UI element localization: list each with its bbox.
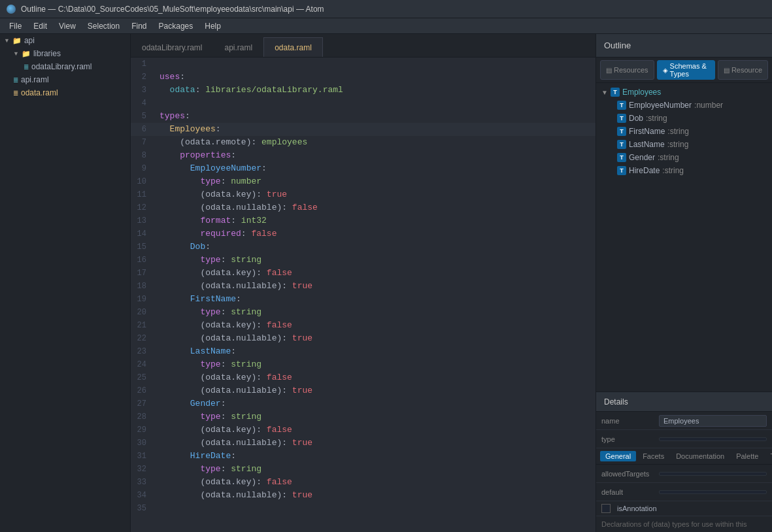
menu-item-edit[interactable]: Edit: [28, 20, 52, 32]
menu-item-view[interactable]: View: [54, 20, 81, 32]
outline-child-label: Dob: [629, 114, 643, 123]
window-title: Outline — C:\Data\00_SourceCodes\05_Mule…: [21, 5, 324, 14]
outline-child-label: FirstName: [629, 127, 665, 136]
details-tab-documentation[interactable]: Documentation: [671, 451, 730, 461]
menu-item-file[interactable]: File: [4, 20, 27, 32]
outline-child-label: EmployeeNumber: [629, 101, 692, 110]
folder-icon: 📁: [12, 37, 22, 45]
chevron-down-icon: ▼: [601, 89, 608, 96]
line-number: 28: [131, 410, 157, 424]
code-line: 22 (odata.nullable): true: [131, 332, 596, 345]
code-line: 27 Gender:: [131, 397, 596, 410]
line-content: format: int32: [157, 214, 596, 227]
code-line: 3 odata: libraries/odataLibrary.raml: [131, 84, 596, 97]
line-number: 15: [131, 241, 157, 254]
sidebar-root-folder[interactable]: ▼ 📁 api: [0, 34, 130, 47]
details-annotation-row: isAnnotation: [596, 501, 772, 516]
line-content: type: string: [157, 358, 596, 371]
line-number: 13: [131, 214, 157, 227]
line-number: 7: [131, 136, 157, 149]
line-content: odata: libraries/odataLibrary.raml: [157, 84, 596, 97]
code-line: 11 (odata.key): true: [131, 188, 596, 201]
prop-type: :string: [667, 140, 689, 149]
outline-child-item[interactable]: T Dob:string: [596, 112, 772, 125]
outline-filter-resource[interactable]: ▤Resource: [718, 60, 768, 80]
details-type-row: type: [596, 430, 772, 448]
prop-type: :string: [662, 166, 684, 175]
line-content: Employees:: [157, 123, 596, 136]
tab-api-raml[interactable]: api.raml: [213, 37, 263, 57]
details-type-value[interactable]: [659, 437, 767, 441]
line-number: 18: [131, 280, 157, 293]
code-line: 4: [131, 97, 596, 110]
code-editor[interactable]: 12uses:3 odata: libraries/odataLibrary.r…: [131, 58, 596, 532]
details-bottom-text-content: Declarations of (data) types for use wit…: [601, 520, 747, 528]
details-tab-t[interactable]: T: [765, 451, 772, 461]
sidebar-file-label: odata.raml: [21, 88, 58, 97]
outline-filters: ▤Resources◈Schemas & Types▤Resource: [596, 58, 772, 83]
code-line: 16 type: string: [131, 254, 596, 267]
menu-item-packages[interactable]: Packages: [154, 20, 199, 32]
line-content: type: string: [157, 463, 596, 476]
code-line: 9 EmployeeNumber:: [131, 162, 596, 175]
outline-child-item[interactable]: T HireDate:string: [596, 164, 772, 177]
details-allowed-targets-value[interactable]: [659, 472, 767, 476]
sidebar-item-api[interactable]: ≣ api.raml: [0, 73, 130, 86]
details-tab-general[interactable]: General: [600, 451, 636, 461]
line-number: 33: [131, 476, 157, 489]
sidebar-file-label: odataLibrary.raml: [31, 62, 92, 71]
outline-child-label: HireDate: [629, 166, 660, 175]
line-content: required: false: [157, 227, 596, 241]
details-tab-facets[interactable]: Facets: [637, 451, 669, 461]
line-number: 6: [131, 123, 157, 136]
line-number: 30: [131, 437, 157, 450]
is-annotation-label: isAnnotation: [617, 505, 657, 512]
line-number: 1: [131, 58, 157, 71]
outline-parent-item[interactable]: ▼ T Employees: [596, 86, 772, 99]
menu-item-help[interactable]: Help: [199, 20, 226, 32]
filter-icon: ▤: [606, 67, 612, 74]
line-number: 35: [131, 502, 157, 515]
menu-bar: FileEditViewSelectionFindPackagesHelp: [0, 18, 772, 34]
details-default-value[interactable]: [659, 490, 767, 494]
tab-odataLibrary-raml[interactable]: odataLibrary.raml: [131, 37, 213, 57]
line-number: 22: [131, 332, 157, 345]
filter-icon: ◈: [663, 67, 668, 74]
code-line: 5types:: [131, 110, 596, 123]
tab-odata-raml[interactable]: odata.raml: [263, 37, 323, 57]
details-name-label: name: [601, 417, 654, 425]
outline-title: Outline: [596, 34, 772, 58]
chevron-down-icon: ▼: [4, 37, 10, 44]
line-number: 34: [131, 489, 157, 502]
details-allowed-targets-label: allowedTargets: [601, 470, 654, 478]
line-content: (odata.key): true: [157, 188, 596, 201]
line-number: 26: [131, 384, 157, 397]
schema-icon: T: [617, 101, 626, 110]
title-bar: Outline — C:\Data\00_SourceCodes\05_Mule…: [0, 0, 772, 18]
line-number: 16: [131, 254, 157, 267]
outline-filter-schemas-&-types[interactable]: ◈Schemas & Types: [657, 60, 715, 80]
chevron-down-icon: ▼: [13, 50, 19, 57]
menu-item-find[interactable]: Find: [126, 20, 152, 32]
menu-item-selection[interactable]: Selection: [82, 20, 125, 32]
outline-child-item[interactable]: T EmployeeNumber:number: [596, 99, 772, 112]
details-tabs: GeneralFacetsDocumentationPaletteT: [596, 448, 772, 465]
outline-filter-resources[interactable]: ▤Resources: [600, 60, 654, 80]
sidebar-item-odata[interactable]: ≣ odata.raml: [0, 86, 130, 99]
line-number: 31: [131, 450, 157, 463]
code-line: 15 Dob:: [131, 241, 596, 254]
outline-child-item[interactable]: T FirstName:string: [596, 125, 772, 138]
sidebar-item-odata-library[interactable]: ≣ odataLibrary.raml: [0, 60, 130, 73]
code-line: 17 (odata.key): false: [131, 267, 596, 280]
outline-child-item[interactable]: T LastName:string: [596, 138, 772, 151]
details-panel: Details name Employees type GeneralFacet…: [596, 391, 772, 532]
details-tab-palette[interactable]: Palette: [731, 451, 764, 461]
line-content: EmployeeNumber:: [157, 162, 596, 175]
sidebar-libraries-folder[interactable]: ▼ 📁 libraries: [0, 47, 130, 60]
is-annotation-checkbox[interactable]: [601, 504, 611, 513]
line-number: 5: [131, 110, 157, 123]
code-line: 21 (odata.key): false: [131, 319, 596, 332]
code-line: 19 FirstName:: [131, 293, 596, 306]
outline-child-item[interactable]: T Gender:string: [596, 151, 772, 164]
line-number: 27: [131, 397, 157, 410]
